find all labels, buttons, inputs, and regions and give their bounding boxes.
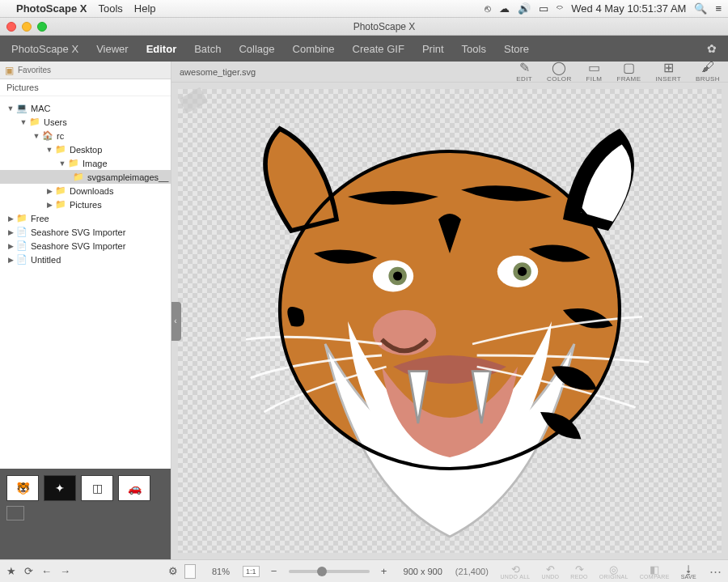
zoom-slider[interactable]: [289, 570, 370, 573]
menubar-help[interactable]: Help: [134, 2, 156, 15]
fit-toggle[interactable]: [184, 564, 196, 579]
tree-item-pictures[interactable]: ▶📁Pictures: [0, 198, 171, 211]
thumb-2[interactable]: ✦: [44, 475, 76, 501]
menubar-datetime[interactable]: Wed 4 May 10:51:37 AM: [571, 2, 686, 15]
tab-print[interactable]: Print: [422, 43, 444, 55]
settings-gear-icon[interactable]: ✿: [707, 42, 717, 55]
back-icon[interactable]: ←: [41, 565, 52, 577]
status-icon[interactable]: ⎋: [485, 2, 491, 15]
thumb-4[interactable]: 🚗: [118, 475, 150, 501]
tab-editor[interactable]: Editor: [146, 43, 177, 55]
pictures-header[interactable]: Pictures: [0, 79, 171, 96]
tree-item-seashore-svg-importer[interactable]: ▶📄Seashore SVG Importer: [0, 225, 171, 239]
tab-combine[interactable]: Combine: [293, 43, 335, 55]
favorites-label: Favorites: [18, 66, 51, 74]
cloud-icon[interactable]: ☁: [499, 2, 510, 15]
zoom-in-button[interactable]: +: [378, 565, 391, 577]
disclosure-icon[interactable]: ▼: [32, 132, 40, 140]
spotlight-icon[interactable]: 🔍: [694, 2, 707, 15]
zoom-actual-size[interactable]: 1:1: [243, 566, 260, 577]
wifi-icon[interactable]: ⌔: [557, 2, 563, 15]
color-icon: ◯: [552, 61, 566, 74]
menubar-tools[interactable]: Tools: [98, 2, 122, 15]
tool-insert[interactable]: ⊞INSERT: [655, 61, 681, 83]
menubar-app-name[interactable]: PhotoScape X: [16, 2, 87, 15]
disclosure-icon[interactable]: ▶: [6, 228, 15, 236]
redo-icon: ↷: [575, 563, 584, 574]
edit-icon: ✎: [519, 61, 530, 74]
zoom-button[interactable]: [37, 22, 47, 32]
sidebar-collapse-handle[interactable]: ‹: [171, 302, 181, 341]
display-icon[interactable]: ▭: [539, 2, 548, 15]
action-undo[interactable]: ↶UNDO: [542, 563, 560, 580]
tool-edit[interactable]: ✎EDIT: [516, 61, 532, 83]
save-icon: ⭳: [684, 563, 694, 574]
disclosure-icon[interactable]: ▼: [6, 104, 15, 113]
canvas-header: awesome_tiger.svg ✎EDIT◯COLOR▭FILM▢FRAME…: [171, 62, 728, 83]
tree-item-desktop[interactable]: ▼📁Desktop: [0, 142, 171, 156]
action-save[interactable]: ⭳SAVE: [681, 563, 696, 580]
forward-icon[interactable]: →: [60, 565, 70, 577]
star-icon[interactable]: ★: [6, 565, 16, 577]
bottom-bar: ★ ⟳ ← → ⚙ 81% 1:1 − + 900 x 900 (21,400)…: [0, 559, 728, 582]
tab-viewer[interactable]: Viewer: [96, 43, 129, 55]
action-original[interactable]: ◎ORIGINAL: [599, 563, 629, 580]
disclosure-icon[interactable]: ▶: [6, 242, 15, 250]
tool-film[interactable]: ▭FILM: [586, 61, 603, 83]
minimize-button[interactable]: [22, 22, 32, 32]
disclosure-icon[interactable]: ▼: [19, 118, 28, 126]
current-filename: awesome_tiger.svg: [180, 67, 256, 77]
mac-menubar: PhotoScape X Tools Help ⎋ ☁ 🔊 ▭ ⌔ Wed 4 …: [0, 0, 728, 18]
more-icon[interactable]: ⋯: [709, 564, 722, 579]
tool-label: INSERT: [655, 75, 681, 83]
folder-icon: ▣: [5, 65, 14, 76]
action-label: SAVE: [681, 574, 696, 580]
tab-tools[interactable]: Tools: [462, 43, 486, 55]
disclosure-icon[interactable]: ▶: [45, 201, 53, 209]
notifications-icon[interactable]: ≡: [715, 2, 722, 15]
zoom-percent[interactable]: 81%: [207, 567, 235, 576]
action-label: REDO: [570, 574, 587, 580]
tree-item-rc[interactable]: ▼🏠rc: [0, 129, 171, 142]
disclosure-icon[interactable]: ▼: [45, 146, 53, 154]
disclosure-icon[interactable]: ▶: [45, 187, 53, 195]
image-content: [223, 95, 676, 548]
tab-create-gif[interactable]: Create GIF: [353, 43, 404, 55]
zoom-slider-knob[interactable]: [317, 567, 327, 576]
tree-item-seashore-svg-importer[interactable]: ▶📄Seashore SVG Importer: [0, 239, 171, 253]
tab-photoscape-x[interactable]: PhotoScape X: [11, 43, 78, 55]
action-redo[interactable]: ↷REDO: [570, 563, 587, 580]
tree-item-users[interactable]: ▼📁Users: [0, 115, 171, 129]
tab-collage[interactable]: Collage: [239, 43, 274, 55]
disclosure-icon[interactable]: ▼: [58, 159, 66, 168]
action-compare[interactable]: ◧COMPARE: [640, 563, 670, 580]
tree-label: Pictures: [70, 200, 102, 210]
favorites-bar[interactable]: ▣ Favorites: [0, 62, 171, 79]
disclosure-icon[interactable]: ▶: [6, 256, 15, 264]
tab-store[interactable]: Store: [504, 43, 529, 55]
sidebar-settings-icon[interactable]: ⚙: [168, 565, 178, 577]
refresh-icon[interactable]: ⟳: [24, 565, 33, 577]
tree-item-downloads[interactable]: ▶📁Downloads: [0, 184, 171, 198]
zoom-out-button[interactable]: −: [268, 565, 281, 577]
tool-color[interactable]: ◯COLOR: [547, 61, 571, 83]
insert-icon: ⊞: [663, 61, 674, 74]
canvas-viewport[interactable]: ‹: [171, 83, 728, 559]
action-undoall[interactable]: ⟲UNDO ALL: [501, 563, 531, 580]
tool-brush[interactable]: 🖌BRUSH: [696, 61, 720, 83]
tab-batch[interactable]: Batch: [194, 43, 221, 55]
tree-item-untitled[interactable]: ▶📄Untitled: [0, 253, 171, 266]
tool-frame[interactable]: ▢FRAME: [616, 61, 641, 83]
thumb-tiger[interactable]: 🐯: [6, 475, 39, 501]
tree-item-svgsampleimages-[interactable]: 📁svgsampleimages__: [0, 170, 171, 184]
close-button[interactable]: [6, 22, 16, 32]
tree-folder-icon: 📄: [16, 254, 28, 265]
tree-item-free[interactable]: ▶📁Free: [0, 211, 171, 225]
volume-icon[interactable]: 🔊: [518, 2, 531, 15]
tree-item-mac[interactable]: ▼💻MAC: [0, 101, 171, 115]
original-icon: ◎: [609, 563, 618, 574]
disclosure-icon[interactable]: ▶: [6, 215, 15, 223]
thumb-3[interactable]: ◫: [81, 475, 113, 501]
thumb-grid-toggle[interactable]: [6, 506, 24, 520]
tree-item-image[interactable]: ▼📁Image: [0, 156, 171, 170]
